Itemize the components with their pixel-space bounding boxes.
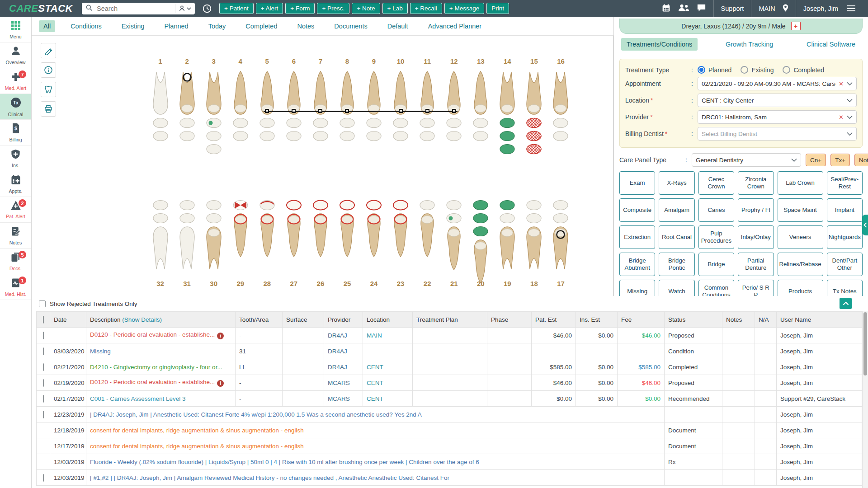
row-select-cell[interactable]	[37, 470, 50, 486]
tooth-12[interactable]	[441, 70, 467, 155]
patients-icon[interactable]	[678, 4, 689, 13]
tooth-28[interactable]	[254, 199, 280, 284]
row-checkbox[interactable]	[43, 474, 44, 482]
tooth-6[interactable]	[280, 70, 307, 155]
sidebar-item-med-alert[interactable]: Med. Alert7	[0, 68, 31, 94]
cell-description[interactable]: Fluoride - Weekly (.02% soduim flouoride…	[86, 454, 665, 470]
proc-bridge-button[interactable]: Bridge	[698, 253, 734, 276]
tooth-24[interactable]	[361, 199, 387, 284]
time-clock-icon[interactable]	[202, 4, 212, 14]
panel-tab-treatments-conditions[interactable]: Treatments/Conditions	[621, 38, 698, 51]
patient-banner[interactable]: Dreyar, Laxus (1246) / 20y 9m / Male +	[619, 19, 863, 34]
row-select-cell[interactable]	[37, 391, 50, 407]
tooth-25[interactable]	[334, 199, 360, 284]
chart-tool-printer-icon[interactable]	[41, 101, 56, 117]
tab-existing[interactable]: Existing	[117, 20, 149, 32]
row-select-cell[interactable]	[37, 328, 50, 343]
alert-button[interactable]: + Alert	[256, 3, 283, 14]
tooth-26[interactable]	[307, 199, 334, 284]
radio-completed[interactable]: Completed	[783, 66, 824, 74]
tab-conditions[interactable]: Conditions	[66, 20, 106, 32]
proc-amalgam-button[interactable]: Amalgam	[659, 198, 694, 222]
row-checkbox[interactable]	[43, 411, 44, 418]
table-row[interactable]: 02/17/2020C001 - Carries Assessment Leve…	[37, 391, 862, 407]
recall-button[interactable]: + Recall	[410, 3, 442, 14]
tooth-8[interactable]	[334, 70, 360, 155]
cn-add-button[interactable]: Cn+	[806, 154, 826, 166]
tooth-27[interactable]	[280, 199, 307, 284]
show-rejected-checkbox[interactable]	[39, 300, 46, 307]
care-panel-select[interactable]: General Dentistry	[692, 153, 801, 167]
tab-default[interactable]: Default	[383, 20, 413, 32]
table-row[interactable]: 12/03/2019Fluoride - Weekly (.02% soduim…	[37, 454, 862, 470]
sidebar-item-appts[interactable]: Appts.	[0, 171, 31, 197]
proc-pulp-procedures-button[interactable]: Pulp Procedures	[698, 225, 734, 249]
table-row[interactable]: 03/03/2020Missing31DR4AJConditionJoseph,…	[37, 343, 862, 359]
tooth-15[interactable]	[521, 70, 547, 155]
calendar-icon[interactable]	[661, 3, 671, 14]
row-checkbox[interactable]	[43, 363, 44, 371]
info-icon[interactable]: i	[217, 333, 224, 339]
user-menu[interactable]: Joseph, Jim	[796, 0, 863, 17]
proc-zirconia-crown-button[interactable]: Zirconia Crown	[738, 171, 774, 195]
row-select-cell[interactable]	[37, 343, 50, 359]
cell-description[interactable]: C001 - Carries Assessment Level 3	[86, 391, 236, 407]
table-row[interactable]: 12/17/2019consent for dental implants, r…	[37, 438, 862, 454]
tab-completed[interactable]: Completed	[241, 20, 282, 32]
medical-alert-cross-icon[interactable]: +	[791, 22, 801, 30]
scrollbar-thumb[interactable]	[863, 312, 867, 375]
proc-dent-part-other-button[interactable]: Dent/Part Other	[827, 253, 863, 276]
proc-seal-prev-rest-button[interactable]: Seal/Prev-Rest	[827, 171, 863, 195]
tooth-7[interactable]	[307, 70, 334, 155]
tooth-5[interactable]	[254, 70, 280, 155]
form-button[interactable]: + Form	[285, 3, 315, 14]
table-row[interactable]: 02/19/2020D0120 - Periodic oral evaluati…	[37, 375, 862, 391]
proc-bridge-pontic-button[interactable]: Bridge Pontic	[659, 253, 694, 276]
proc-extraction-button[interactable]: Extraction	[619, 225, 655, 249]
proc-nightguards-button[interactable]: Nightguards	[827, 225, 863, 249]
carestack-logo[interactable]: CARESTACK	[9, 3, 73, 14]
row-select-cell[interactable]	[37, 375, 50, 391]
tooth-9[interactable]	[361, 70, 387, 155]
proc-exam-button[interactable]: Exam	[619, 171, 655, 195]
tooth-18[interactable]	[521, 199, 547, 284]
sidebar-item-docs[interactable]: Docs.5	[0, 249, 31, 274]
note-add-button[interactable]: Note+	[854, 154, 868, 166]
table-row[interactable]: 12/23/2019| DR4AJ: Joseph, Jim | Anesthe…	[37, 407, 862, 422]
sidebar-item-overview[interactable]: Overview	[0, 42, 31, 68]
location-menu[interactable]: MAIN	[751, 0, 795, 17]
info-icon[interactable]: i	[217, 380, 224, 387]
tab-today[interactable]: Today	[204, 20, 231, 32]
tooth-17[interactable]	[547, 199, 574, 284]
tooth-13[interactable]	[467, 70, 494, 155]
cell-description[interactable]: consent for dental implants, ridge augme…	[86, 438, 665, 454]
provider-select[interactable]: DRC01: Hallstrom, Sam ✕	[698, 110, 857, 124]
support-menu[interactable]: Support	[713, 0, 751, 17]
sidebar-item-med-hist[interactable]: Med. Hist.1	[0, 274, 31, 300]
radio-planned[interactable]: Planned	[698, 66, 731, 74]
proc-caries-button[interactable]: Caries	[698, 198, 734, 222]
chart-tool-tooth-icon[interactable]	[41, 82, 56, 97]
tab-all[interactable]: All	[39, 20, 55, 32]
tx-add-button[interactable]: Tx+	[830, 154, 850, 166]
collapse-panel-button[interactable]	[840, 298, 852, 309]
global-search[interactable]	[82, 3, 195, 14]
table-row[interactable]: 02/21/2020D4210 - Gingivectomy or gingiv…	[37, 359, 862, 375]
tooth-20[interactable]	[467, 199, 494, 284]
tooth-14[interactable]	[494, 70, 521, 155]
sidebar-item-ins[interactable]: Ins.	[0, 145, 31, 171]
proc-space-maint-button[interactable]: Space Maint	[778, 198, 823, 222]
tooth-23[interactable]	[387, 199, 414, 284]
search-input[interactable]	[96, 5, 172, 13]
header-select-all[interactable]	[37, 312, 50, 328]
tooth-19[interactable]	[494, 199, 521, 284]
proc-bridge-abutment-button[interactable]: Bridge Abutment	[619, 253, 655, 276]
row-checkbox[interactable]	[43, 395, 44, 403]
table-row[interactable]: 12/03/2019[ #1,#2 ] | DR4AJ: Joseph, Jim…	[37, 470, 862, 486]
proc-root-canal-button[interactable]: Root Canal	[659, 225, 694, 249]
cell-description[interactable]: D4210 - Gingivectomy or gingivoplasty - …	[86, 359, 236, 375]
table-row[interactable]: D0120 - Periodic oral evaluation - estab…	[37, 328, 862, 343]
tooth-2[interactable]	[174, 70, 200, 155]
cell-description[interactable]: Missing	[86, 343, 236, 359]
sidebar-item-clinical[interactable]: TxClinical	[0, 94, 31, 120]
